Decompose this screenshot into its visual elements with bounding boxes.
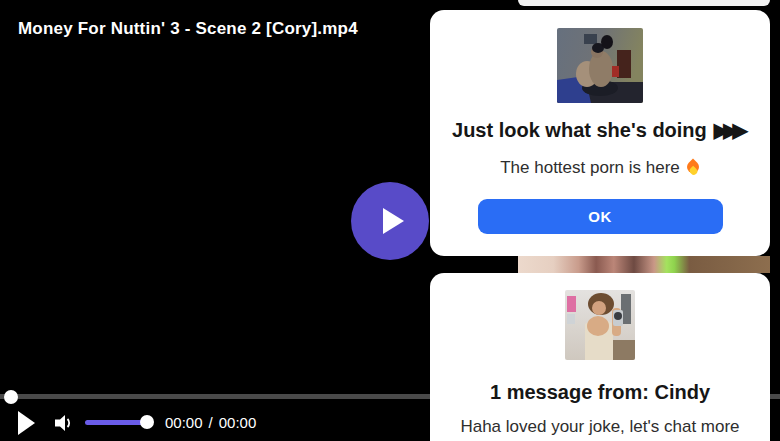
webcam-couple-thumbnail (557, 28, 643, 103)
big-play-button[interactable] (351, 182, 429, 260)
play-button[interactable] (18, 411, 35, 435)
volume-slider[interactable] (85, 420, 147, 425)
popup-subtext: Haha loved your joke, let's chat more (460, 417, 739, 437)
duration: 00:00 (219, 414, 257, 431)
ok-button[interactable]: OK (478, 199, 723, 234)
popup-headline: Just look what she's doing ▶▶▶ (452, 118, 748, 142)
video-title: Money For Nuttin' 3 - Scene 2 [Cory].mp4 (18, 19, 358, 39)
volume-thumb[interactable] (140, 415, 154, 429)
popup-headline-text: 1 message from: Cindy (490, 381, 710, 404)
popup-subtext-text: The hottest porn is here (500, 158, 680, 178)
time-display: 00:00 / 00:00 (165, 414, 256, 431)
ad-popup: Just look what she's doing ▶▶▶ The hotte… (430, 10, 770, 256)
fire-icon (686, 160, 700, 177)
play-icon (383, 208, 404, 234)
popup-subtext-text: Haha loved your joke, let's chat more (460, 417, 739, 437)
triple-arrow-icon: ▶▶▶ (714, 118, 748, 142)
chat-message-popup: 1 message from: Cindy Haha loved your jo… (430, 273, 770, 441)
current-time: 00:00 (165, 414, 203, 431)
page: Money For Nuttin' 3 - Scene 2 [Cory].mp4… (0, 0, 780, 441)
player-controls: 00:00 / 00:00 (0, 404, 430, 441)
popup-headline-text: Just look what she's doing (452, 119, 707, 142)
volume-icon[interactable] (53, 412, 73, 434)
progress-thumb[interactable] (4, 390, 18, 404)
popup-subtext: The hottest porn is here (500, 158, 700, 178)
mirror-selfie-thumbnail (565, 290, 635, 360)
time-separator: / (209, 414, 213, 431)
popup-headline: 1 message from: Cindy (490, 381, 710, 404)
